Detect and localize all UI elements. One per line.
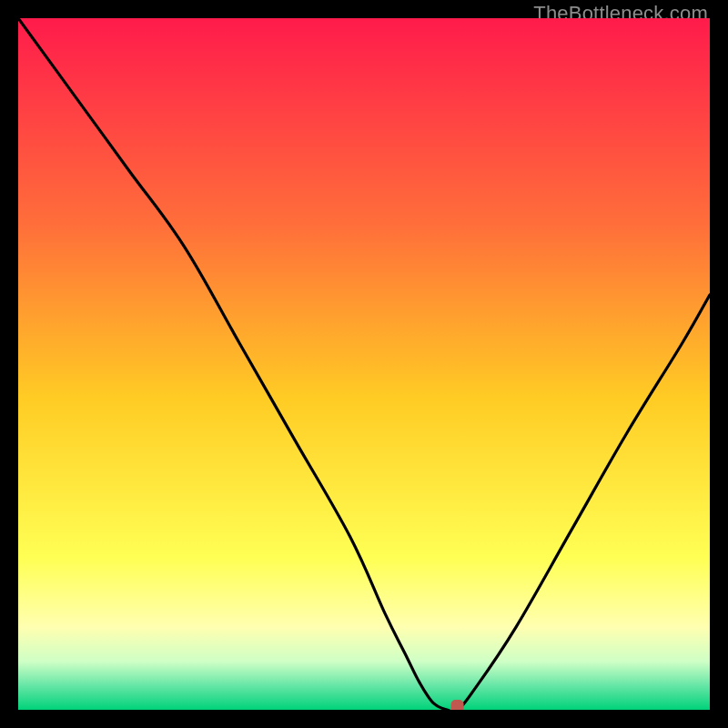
optimal-point-marker	[451, 700, 464, 710]
bottleneck-chart	[18, 18, 710, 710]
chart-frame	[18, 18, 710, 710]
chart-background	[18, 18, 710, 710]
